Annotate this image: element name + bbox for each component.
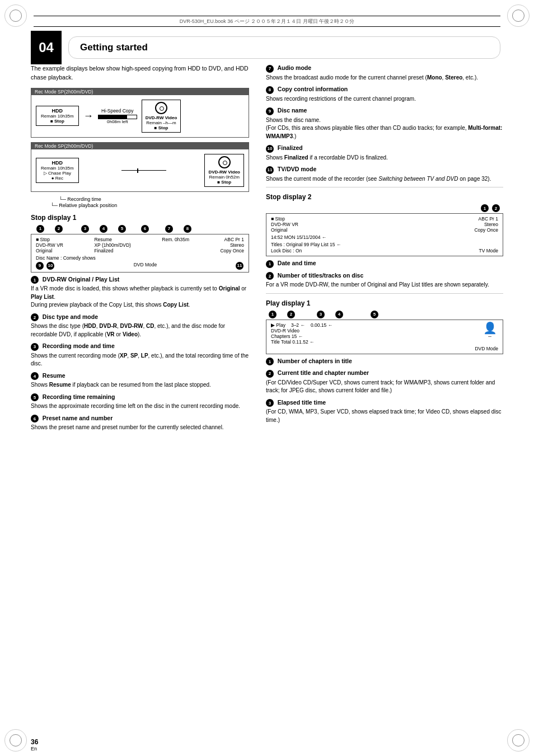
pd1-ann2-num: 2 bbox=[266, 370, 274, 378]
pd1-ann1-text: Number of chapters in title bbox=[278, 358, 352, 364]
pd1-ann2-body: (For CD/Video CD/Super VCD, shows curren… bbox=[266, 379, 503, 395]
ann7-body: Shows the broadcast audio mode for the c… bbox=[266, 74, 503, 82]
osd-s2-original: Original bbox=[271, 227, 474, 233]
ann8-title-text: Copy control information bbox=[278, 86, 348, 92]
ann7-num: 7 bbox=[266, 65, 274, 73]
ann-item-6: 6 Preset name and number Shows the prese… bbox=[31, 415, 249, 432]
diagram1-hdd: HDD Remain 10h35m ■ Stop bbox=[36, 106, 79, 126]
ann-pd1-1: 1 Number of chapters in title bbox=[266, 358, 503, 366]
diagram2-inner: HDD Remain 10h35m ▷ Chase Play ● Rec DVD… bbox=[36, 152, 244, 189]
osd-play1-inner: ▶ Play 3–2 ← 0.00.15 ← DVD-R Video Chapt… bbox=[271, 322, 498, 345]
osd-stop2-left: ■ Stop DVD-RW VR Original 14:52 MON 15/1… bbox=[271, 216, 474, 240]
osd-stop2: ■ Stop DVD-RW VR Original 14:52 MON 15/1… bbox=[266, 213, 503, 256]
ann5-num: 5 bbox=[31, 393, 39, 401]
sd2-ann1-num: 1 bbox=[266, 260, 274, 268]
diagram1-hdd-remain: Remain 10h35m bbox=[41, 114, 74, 119]
diagram1-dvd: DVD-RW Video Remain –h—m ■ Stop bbox=[142, 100, 181, 133]
osd-lock-label: Lock Disc bbox=[271, 248, 292, 253]
diagram2-hdd-actions: ▷ Chase Play ● Rec bbox=[41, 171, 74, 181]
osd-row2: DVD-RW VR bbox=[36, 242, 63, 248]
sd2-ann1-text: Date and time bbox=[278, 260, 316, 266]
pd1-num3: 3 bbox=[317, 311, 325, 318]
osd-dvd-mode: DVD Mode bbox=[134, 262, 157, 270]
ann10-title-text: Finalized bbox=[278, 144, 303, 151]
ann11-title-wrap: 11 TV/DVD mode bbox=[266, 166, 503, 174]
osd-stop1-right: ABC Pr 1 Stereo Copy Once bbox=[220, 237, 244, 253]
chapter-title: Getting started bbox=[80, 42, 148, 53]
ann5-body: Shows the approximate recording time lef… bbox=[31, 402, 249, 411]
play-display-1-title: Play display 1 bbox=[266, 299, 503, 307]
ann9-num: 9 bbox=[266, 107, 274, 115]
ann5-title-text: Recording time remaining bbox=[43, 393, 115, 400]
header-bar: DVR-530H_EU.book 36 ページ ２００５年２月１４日 月曜日 午… bbox=[34, 16, 500, 27]
diagram2-dvd-remain: Remain 0h52m bbox=[209, 175, 240, 180]
pd1-ann3-body: (For CD, WMA, MP3, Super VCD, shows elap… bbox=[266, 408, 503, 424]
ann10-title-wrap: 10 Finalized bbox=[266, 144, 503, 153]
diagram-2: Rec Mode SP(2h00m/DVD) HDD Remain 10h35m… bbox=[31, 142, 249, 192]
ann-item-11: 11 TV/DVD mode Shows the current mode of… bbox=[266, 166, 503, 183]
num-6: 6 bbox=[141, 225, 149, 233]
osd-s2-stereo: Stereo bbox=[474, 222, 498, 227]
right-column: 7 Audio mode Shows the broadcast audio m… bbox=[266, 64, 503, 428]
intro-text: The example displays below show high-spe… bbox=[31, 64, 249, 82]
left-column: The example displays below show high-spe… bbox=[31, 64, 249, 436]
ann2-num: 2 bbox=[31, 313, 39, 321]
stop-display-2-title: Stop display 2 bbox=[266, 193, 503, 201]
chapter-title-box: Getting started bbox=[68, 36, 500, 59]
ann1-title-text: DVD-RW Original / Play List bbox=[43, 276, 120, 283]
osd-stop2-inner: ■ Stop DVD-RW VR Original 14:52 MON 15/1… bbox=[271, 216, 498, 240]
subtitle-icon: ─ bbox=[488, 334, 491, 339]
ann3-num: 3 bbox=[31, 343, 39, 351]
num-8: 8 bbox=[184, 225, 191, 233]
sd2-num1: 1 bbox=[481, 204, 489, 212]
ann3-title: 3 Recording mode and time bbox=[31, 342, 249, 351]
ann-item-2: 2 Disc type and mode Shows the disc type… bbox=[31, 313, 249, 339]
osd-rem: Rem. 0h35m bbox=[162, 237, 189, 242]
osd-s2-lockrow: Lock Disc : On TV Mode bbox=[271, 248, 498, 253]
osd-bottom-row: 9 10 DVD Mode 11 bbox=[36, 262, 244, 270]
diagram-1: Rec Mode SP(2h00m/DVD) HDD Remain 10h35m… bbox=[31, 88, 249, 138]
ann6-title-text: Preset name and number bbox=[43, 415, 113, 421]
osd-stop1-inner: ■ Stop DVD-RW VR Original Resume XP (1h0… bbox=[36, 237, 244, 253]
ann-pd1-1-title: 1 Number of chapters in title bbox=[266, 358, 503, 366]
osd-titles-label: Titles bbox=[271, 242, 282, 247]
ann6-body: Shows the preset name and preset number … bbox=[31, 424, 249, 432]
diagram1-title: Rec Mode SP(2h00m/DVD) bbox=[31, 88, 249, 95]
ann-item-10: 10 Finalized Shows Finalized if a record… bbox=[266, 144, 503, 162]
ann10-num: 10 bbox=[266, 145, 274, 153]
diagram2-hdd-remain: Remain 10h35m bbox=[41, 166, 74, 171]
num-3: 3 bbox=[81, 225, 89, 233]
osd-play-time: 0.00.15 ← bbox=[311, 322, 332, 328]
ann8-body: Shows recording restrictions of the curr… bbox=[266, 95, 503, 104]
osd-stop2-bottom: Titles : Original 99 Play List 15 ← bbox=[271, 242, 498, 247]
ann-item-8: 8 Copy control information Shows recordi… bbox=[266, 86, 503, 103]
ann6-num: 6 bbox=[31, 415, 39, 422]
diagram2-hdd: HDD Remain 10h35m ▷ Chase Play ● Rec bbox=[36, 158, 79, 183]
ann-sd2-2-title: 2 Number of titles/tracks on disc bbox=[266, 272, 503, 280]
diagram1-hdd-stop: ■ Stop bbox=[41, 119, 74, 124]
num-7: 7 bbox=[165, 225, 173, 233]
dvd-icon bbox=[155, 102, 167, 114]
diagram1-hdd-label: HDD bbox=[41, 108, 74, 114]
pd1-num5: 5 bbox=[371, 311, 378, 318]
pd1-ann2-text: Current title and chapter number bbox=[278, 369, 369, 376]
diagram1-dvd-stop: ■ Stop bbox=[154, 125, 168, 130]
ann-item-9: 9 Disc name Shows the disc name. (For CD… bbox=[266, 107, 503, 140]
osd-s2-stop: ■ Stop bbox=[271, 216, 474, 222]
osd-play1: ▶ Play 3–2 ← 0.00.15 ← DVD-R Video Chapt… bbox=[266, 320, 503, 354]
pd1-ann3-text: Elapsed title time bbox=[278, 399, 326, 406]
ann11-num: 11 bbox=[266, 166, 274, 174]
ann11-title-text: TV/DVD mode bbox=[278, 166, 316, 172]
pd1-ann1-num: 1 bbox=[266, 358, 274, 365]
chapter-number: 04 bbox=[39, 40, 54, 55]
osd-s2-copyonce: Copy Once bbox=[474, 227, 498, 233]
osd-abc: ABC Pr 1 bbox=[220, 237, 244, 242]
ann9-title-text: Disc name bbox=[278, 107, 307, 114]
osd-resume: Resume bbox=[94, 237, 131, 242]
osd-play1-row1: ▶ Play 3–2 ← 0.00.15 ← bbox=[271, 322, 481, 328]
num-2: 2 bbox=[55, 225, 63, 233]
sd2-ann2-text: Number of titles/tracks on disc bbox=[278, 272, 363, 279]
diagram2-title: Rec Mode SP(2h00m/DVD) bbox=[31, 143, 249, 149]
ann-pd1-2-title: 2 Current title and chapter number bbox=[266, 369, 503, 378]
osd-play-label: ▶ Play bbox=[271, 322, 285, 328]
